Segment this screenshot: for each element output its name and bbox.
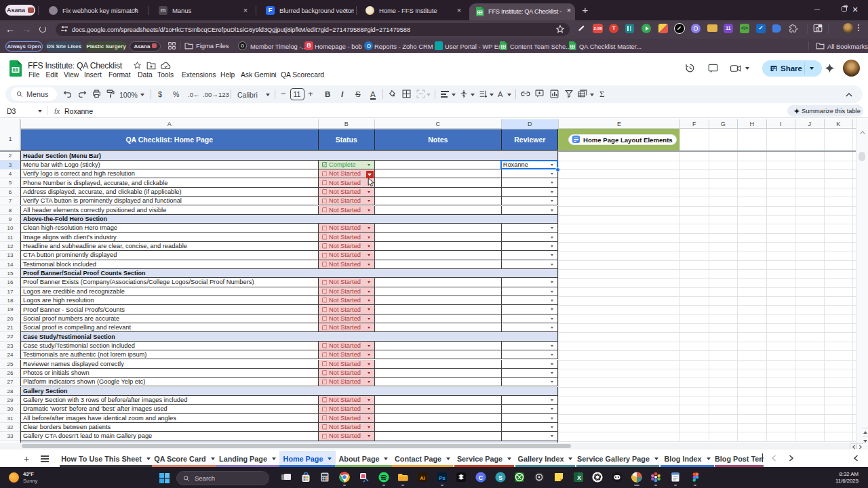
svg-text:Ai: Ai <box>420 475 425 481</box>
svg-text:X: X <box>576 474 580 481</box>
svg-text:S: S <box>498 474 502 481</box>
svg-text:Ps: Ps <box>439 475 445 481</box>
svg-text:C: C <box>479 474 484 481</box>
